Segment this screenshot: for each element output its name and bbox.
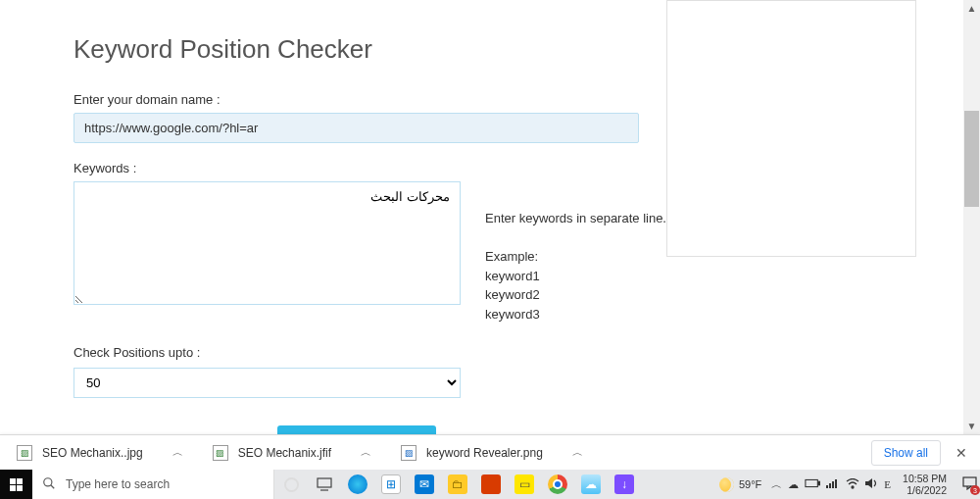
chevron-up-icon[interactable]: ︿ (572, 445, 583, 460)
download-item[interactable]: ▨ keyword Revealer.png ︿ (390, 439, 594, 467)
cortana-button[interactable] (274, 470, 308, 499)
svg-line-1 (51, 484, 55, 488)
store-icon: ⊞ (381, 474, 401, 494)
start-button[interactable] (0, 470, 32, 499)
svg-rect-9 (835, 479, 837, 488)
action-center-button[interactable]: 3 (958, 474, 980, 495)
svg-point-10 (852, 486, 854, 488)
svg-point-0 (44, 477, 52, 485)
keywords-label: Keywords : (74, 161, 666, 175)
svg-rect-2 (318, 478, 331, 487)
download-filename: SEO Mechanix.jfif (238, 446, 331, 460)
taskbar-app-misc2[interactable]: ↓ (608, 470, 641, 499)
chrome-icon (548, 474, 567, 494)
app-icon: ↓ (614, 474, 634, 494)
svg-marker-11 (865, 478, 872, 488)
close-downloads-bar-button[interactable]: ✕ (949, 440, 974, 466)
positions-select[interactable]: 50 (74, 368, 461, 398)
tray-chevron-icon[interactable]: ︿ (771, 477, 782, 492)
svg-rect-8 (832, 481, 834, 488)
show-all-downloads-button[interactable]: Show all (871, 440, 941, 466)
domain-label: Enter your domain name : (74, 92, 666, 107)
onedrive-icon[interactable]: ☁ (788, 478, 799, 491)
keywords-help: Enter keywords in separate line. Example… (485, 181, 666, 324)
download-item[interactable]: ▨ SEO Mechanix..jpg ︿ (6, 439, 194, 467)
close-icon: ✕ (956, 445, 967, 461)
taskbar-app-edge[interactable] (341, 470, 374, 499)
taskbar-app-sticky[interactable]: ▭ (508, 470, 541, 499)
clock-time: 10:58 PM (903, 473, 947, 484)
search-placeholder: Type here to search (66, 477, 170, 491)
keywords-textarea[interactable] (74, 181, 461, 305)
folder-icon: 🗀 (448, 474, 467, 494)
image-file-icon: ▨ (17, 445, 32, 461)
app-icon: ☁ (581, 474, 601, 494)
sidebar-panel (666, 0, 916, 257)
chevron-up-icon[interactable]: ︿ (361, 445, 371, 460)
svg-rect-7 (829, 483, 831, 488)
battery-icon[interactable] (805, 478, 820, 490)
taskbar-app-explorer[interactable]: 🗀 (441, 470, 474, 499)
image-file-icon: ▨ (213, 445, 228, 461)
help-example-label: Example: (485, 247, 666, 267)
wifi-icon[interactable] (846, 478, 859, 491)
cortana-icon (284, 477, 299, 492)
domain-input[interactable] (74, 113, 639, 143)
downloads-bar: ▨ SEO Mechanix..jpg ︿ ▨ SEO Mechanix.jfi… (0, 434, 980, 470)
edge-icon (348, 474, 368, 494)
download-filename: keyword Revealer.png (426, 446, 543, 460)
sticky-notes-icon: ▭ (514, 474, 534, 494)
network-icon[interactable] (826, 478, 840, 490)
download-filename: SEO Mechanix..jpg (42, 446, 143, 460)
taskbar-app-mail[interactable]: ✉ (408, 470, 441, 499)
volume-icon[interactable] (865, 477, 878, 491)
task-view-button[interactable] (308, 470, 341, 499)
task-view-icon (317, 477, 332, 491)
vertical-scrollbar[interactable]: ▲ ▼ (963, 0, 980, 434)
system-clock[interactable]: 10:58 PM 1/6/2022 (903, 473, 947, 496)
page-title: Keyword Position Checker (74, 34, 666, 65)
positions-label: Check Positions upto : (74, 345, 666, 360)
taskbar-app-office[interactable] (474, 470, 508, 499)
svg-rect-6 (826, 485, 828, 488)
help-k1: keyword1 (485, 267, 666, 286)
scroll-thumb[interactable] (964, 111, 979, 207)
moon-icon (719, 477, 734, 492)
taskbar-app-store[interactable]: ⊞ (374, 470, 408, 499)
scroll-up-arrow-icon[interactable]: ▲ (963, 0, 980, 17)
svg-rect-5 (818, 481, 820, 485)
clock-date: 1/6/2022 (903, 484, 947, 496)
search-icon (42, 476, 56, 493)
scroll-down-arrow-icon[interactable]: ▼ (963, 418, 980, 434)
chevron-up-icon[interactable]: ︿ (172, 445, 183, 460)
ime-indicator[interactable]: E (884, 478, 891, 490)
image-file-icon: ▨ (401, 445, 416, 461)
help-k2: keyword2 (485, 285, 666, 305)
windows-logo-icon (10, 478, 23, 491)
weather-temp: 59°F (739, 478, 761, 490)
notification-badge: 3 (970, 485, 980, 495)
svg-rect-4 (806, 479, 817, 486)
help-k3: keyword3 (485, 305, 666, 324)
taskbar-app-misc1[interactable]: ☁ (574, 470, 608, 499)
download-item[interactable]: ▨ SEO Mechanix.jfif ︿ (202, 439, 382, 467)
mail-icon: ✉ (415, 474, 434, 494)
help-line: Enter keywords in separate line. (485, 209, 666, 228)
weather-widget[interactable]: 59°F (719, 477, 761, 492)
office-icon (481, 474, 501, 494)
taskbar-app-chrome[interactable] (541, 470, 574, 499)
taskbar: Type here to search ⊞ ✉ 🗀 ▭ ☁ ↓ 59°F ︿ ☁ (0, 470, 980, 499)
taskbar-search-input[interactable]: Type here to search (32, 470, 274, 499)
